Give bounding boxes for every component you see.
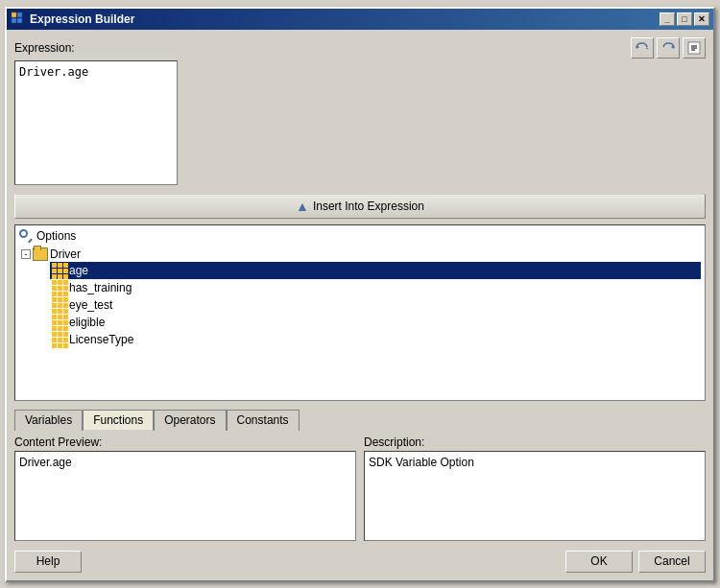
tree-item-has-training-label: has_training <box>69 281 132 294</box>
footer-right: OK Cancel <box>565 551 706 573</box>
title-bar: Expression Builder _ □ ✕ <box>7 9 713 30</box>
maximize-button[interactable]: □ <box>677 12 692 26</box>
tree-item-license-type-label: LicenseType <box>69 333 133 346</box>
svg-rect-0 <box>12 12 16 17</box>
help-button[interactable]: Help <box>14 551 82 573</box>
new-expression-button[interactable] <box>683 37 706 59</box>
variable-icon-age <box>52 263 67 278</box>
search-icon <box>19 229 33 243</box>
title-bar-icon <box>11 12 26 27</box>
tab-operators[interactable]: Operators <box>154 410 226 431</box>
expression-input[interactable]: Driver.age <box>14 60 178 185</box>
expression-builder-dialog: Expression Builder _ □ ✕ Expression: <box>5 7 715 582</box>
collapse-icon[interactable]: - <box>21 249 31 259</box>
tree-section: Options - Driver <box>14 224 706 401</box>
variable-icon-eye-test <box>52 297 67 313</box>
tab-constants[interactable]: Constants <box>227 410 300 431</box>
tab-functions[interactable]: Functions <box>83 410 154 431</box>
undo-button[interactable] <box>631 37 654 59</box>
dialog-content: Expression: <box>7 30 713 580</box>
svg-marker-5 <box>671 45 674 49</box>
folder-icon <box>33 247 48 261</box>
insert-arrow-icon: ▲ <box>296 199 309 214</box>
insert-into-expression-button[interactable]: ▲ Insert Into Expression <box>14 194 706 219</box>
tree-item-age[interactable]: age <box>50 262 701 279</box>
tab-variables[interactable]: Variables <box>14 410 83 431</box>
variable-icon-eligible <box>52 315 67 330</box>
tree-item-age-label: age <box>69 264 88 277</box>
tree-item-eye-test[interactable]: eye_test <box>50 296 701 314</box>
tree-item-has-training[interactable]: has_training <box>50 279 701 296</box>
tree-children: age has_training <box>19 262 701 348</box>
redo-button[interactable] <box>657 37 680 59</box>
expression-section: Expression: <box>14 37 706 188</box>
tree-item-eligible[interactable]: eligible <box>50 314 701 331</box>
description-panel: Description: SDK Variable Option <box>364 435 706 541</box>
content-preview-panel: Content Preview: Driver.age <box>14 435 356 541</box>
footer: Help OK Cancel <box>14 551 706 573</box>
content-preview-label: Content Preview: <box>14 435 356 449</box>
ok-button[interactable]: OK <box>565 551 633 573</box>
dialog-title: Expression Builder <box>30 12 660 26</box>
close-button[interactable]: ✕ <box>694 12 709 26</box>
content-preview-value: Driver.age <box>19 456 72 469</box>
variable-icon-license-type <box>52 332 67 347</box>
tree-header: Options <box>19 229 701 243</box>
cancel-button[interactable]: Cancel <box>638 551 706 573</box>
description-content: SDK Variable Option <box>364 451 706 541</box>
content-preview-content: Driver.age <box>14 451 356 541</box>
svg-rect-1 <box>17 12 22 17</box>
tree-item-eye-test-label: eye_test <box>69 298 112 312</box>
tabs-row: Variables Functions Operators Constants <box>14 409 706 430</box>
bottom-panels: Content Preview: Driver.age Description:… <box>14 435 706 541</box>
tree-item-driver-root: - Driver <box>19 247 701 262</box>
description-value: SDK Variable Option <box>369 456 474 469</box>
tree-item-eligible-label: eligible <box>69 316 105 329</box>
svg-rect-2 <box>12 18 16 23</box>
insert-button-label: Insert Into Expression <box>313 200 424 213</box>
description-label: Description: <box>364 435 706 449</box>
expression-label: Expression: <box>14 41 75 55</box>
tree-panel: Options - Driver <box>14 224 706 401</box>
tree-header-label: Options <box>36 229 76 243</box>
svg-rect-3 <box>17 18 22 23</box>
title-bar-buttons: _ □ ✕ <box>660 12 709 26</box>
tree-item-label[interactable]: Driver <box>50 247 81 261</box>
svg-marker-4 <box>636 45 639 49</box>
variable-icon-has-training <box>52 280 67 295</box>
tree-item-license-type[interactable]: LicenseType <box>50 331 701 348</box>
minimize-button[interactable]: _ <box>660 12 675 26</box>
